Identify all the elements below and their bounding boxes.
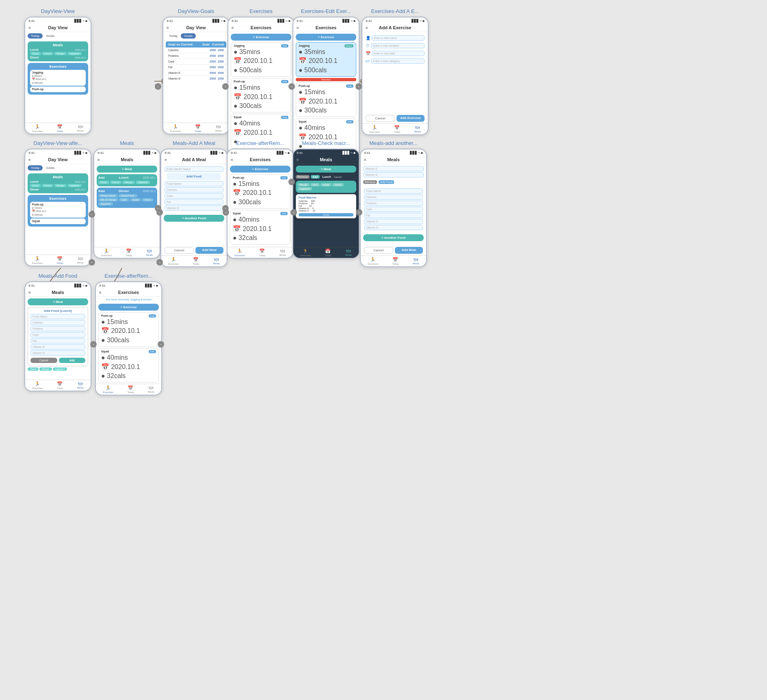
- vitamind-input2[interactable]: Vitamin D: [364, 225, 423, 230]
- nav-dot-13[interactable]: [290, 209, 297, 216]
- hamburger-icon[interactable]: ≡: [167, 26, 169, 30]
- hamburger-icon[interactable]: ≡: [98, 158, 100, 162]
- tab-meals[interactable]: 🍽 Meals: [77, 124, 84, 132]
- hamburger-icon[interactable]: ≡: [297, 26, 299, 30]
- add-food-btn[interactable]: Add Food: [379, 180, 394, 184]
- nav-dot-15[interactable]: [90, 341, 97, 348]
- add-meal-btn[interactable]: + Meal: [28, 298, 88, 305]
- nav-dot-7[interactable]: [355, 83, 362, 90]
- fat-input3[interactable]: Fat: [30, 338, 85, 344]
- nav-dot-9[interactable]: [89, 259, 95, 266]
- add-meal-btn[interactable]: + Meal: [296, 166, 356, 173]
- tab-meals[interactable]: 🍽 Meals: [414, 125, 421, 133]
- vitamind-field[interactable]: Vitamin D: [363, 172, 424, 177]
- tab-meals[interactable]: 🍽 Meals: [77, 256, 84, 264]
- tab-today[interactable]: Today: [28, 165, 43, 171]
- food-name-input2[interactable]: Food Name: [364, 188, 423, 194]
- nav-dot-11[interactable]: [156, 259, 163, 266]
- tab-today[interactable]: 📅 Today: [56, 124, 63, 132]
- tab-meals[interactable]: 🍽 Meals: [77, 381, 84, 389]
- cancel-btn[interactable]: Cancel: [364, 247, 393, 254]
- tab-today[interactable]: 📅 Today: [193, 257, 199, 265]
- tab-exercises[interactable]: 🏃 Exercises: [368, 257, 378, 265]
- tab-exercises[interactable]: 🏃 Exercises: [369, 125, 380, 133]
- tab-exercises[interactable]: 🏃 Exercises: [103, 385, 113, 393]
- calories-input[interactable]: Calories: [165, 187, 223, 192]
- edit-btn-squat[interactable]: Edit: [280, 212, 288, 215]
- tab-exercises[interactable]: 🏃 Exercises: [101, 248, 112, 257]
- meal-name-input[interactable]: Enter Meal's Name: [165, 166, 223, 172]
- tab-today[interactable]: 📅 Today: [126, 248, 132, 257]
- add-label[interactable]: Add: [311, 175, 320, 179]
- tab-today[interactable]: 📅 Today: [394, 125, 400, 133]
- tab-today[interactable]: 📅 Today: [56, 381, 63, 389]
- add-exercise-btn[interactable]: + Exercise: [230, 166, 290, 173]
- edit-btn-squat[interactable]: Edit: [149, 350, 156, 353]
- fat-input2[interactable]: Fat: [364, 213, 423, 218]
- nav-dot-16[interactable]: [158, 341, 164, 348]
- tab-today[interactable]: 📅 Today: [56, 256, 63, 264]
- nav-dot-10[interactable]: [156, 209, 163, 216]
- proteins-input2[interactable]: Proteins: [364, 201, 423, 206]
- tab-today[interactable]: Today: [166, 33, 181, 39]
- hamburger-icon[interactable]: ≡: [364, 158, 366, 162]
- vitamind-input3[interactable]: Vitamin D: [30, 350, 85, 356]
- hamburger-icon[interactable]: ≡: [99, 290, 102, 295]
- cancel-btn[interactable]: Cancel: [30, 358, 57, 363]
- nav-dot-1[interactable]: [155, 83, 161, 90]
- tab-exercises[interactable]: 🏃 Exercises: [300, 248, 311, 257]
- nav-dot-5[interactable]: [288, 83, 295, 90]
- edit-btn-jogging[interactable]: Edit: [281, 44, 288, 48]
- nav-dot-6[interactable]: [288, 179, 295, 185]
- hamburger-icon[interactable]: ≡: [297, 158, 299, 162]
- add-meal-btn[interactable]: + Meal: [97, 166, 157, 173]
- category-input[interactable]: Enter a new category: [371, 58, 425, 64]
- tab-today[interactable]: 📅 Today: [127, 385, 134, 393]
- tab-exercises[interactable]: 🏃 Exercises: [170, 124, 181, 132]
- add-exercise-confirm-btn[interactable]: Add Exercise: [396, 115, 425, 122]
- carb-input2[interactable]: Carb: [364, 207, 423, 212]
- hamburger-icon[interactable]: ≡: [232, 26, 234, 30]
- edit-btn-pushup[interactable]: Edit: [280, 176, 288, 179]
- edit-btn-squat[interactable]: Edit: [346, 120, 353, 123]
- hamburger-icon[interactable]: ≡: [28, 290, 31, 295]
- tab-today[interactable]: 📅 Today: [259, 248, 265, 257]
- nav-dot-12[interactable]: [223, 209, 229, 216]
- vitamine-input3[interactable]: Vitamin E: [30, 344, 85, 350]
- tab-goals[interactable]: Goals: [181, 33, 196, 39]
- add-btn[interactable]: Add: [59, 358, 86, 363]
- tab-meals[interactable]: 🍽 Meals: [413, 257, 419, 265]
- vitamind-input[interactable]: Vitamin D: [165, 205, 223, 211]
- fat-input[interactable]: Fat: [165, 199, 223, 205]
- edit-btn-squat[interactable]: Edit: [281, 116, 288, 119]
- tab-today[interactable]: Today: [28, 33, 43, 39]
- tab-meals[interactable]: 🍽 Meals: [148, 385, 154, 393]
- tab-meals[interactable]: 🍽 Meals: [213, 257, 220, 265]
- another-food-btn[interactable]: + Another Food: [164, 215, 224, 222]
- add-meal-confirm-btn2[interactable]: Add Meal: [395, 247, 423, 254]
- another-food-btn2[interactable]: + Another Food: [363, 234, 424, 241]
- calories-input3[interactable]: Calories: [30, 320, 85, 325]
- edit-btn-pushup[interactable]: Edit: [281, 80, 288, 83]
- tab-goals[interactable]: Goals: [43, 165, 58, 171]
- add-exercise-btn[interactable]: + Exercise: [98, 304, 159, 311]
- hamburger-icon[interactable]: ≡: [231, 158, 233, 162]
- vitamine-field[interactable]: Vitamin E: [363, 166, 424, 171]
- carb-input[interactable]: Carb: [165, 193, 223, 199]
- tab-exercises[interactable]: 🏃 Exercises: [32, 381, 43, 389]
- hamburger-icon[interactable]: ≡: [28, 26, 31, 30]
- nav-dot-8[interactable]: [89, 211, 95, 218]
- tab-meals[interactable]: 🍽 Meals: [215, 124, 222, 132]
- cancel-btn[interactable]: Cancel: [366, 115, 395, 122]
- tab-today[interactable]: 📅 Today: [325, 248, 331, 257]
- nav-dot-14[interactable]: [356, 209, 362, 216]
- tab-meals[interactable]: 🍽 Meals: [146, 248, 153, 257]
- tab-exercises[interactable]: 🏃 Exercises: [234, 248, 245, 257]
- tab-exercises[interactable]: 🏃 Exercises: [32, 124, 43, 132]
- vitamine-input2[interactable]: Vitamin E: [364, 219, 423, 224]
- done-btn[interactable]: Done: [344, 44, 353, 48]
- cancel-btn[interactable]: Cancel: [165, 247, 194, 254]
- proteins-input3[interactable]: Proteins: [30, 326, 85, 331]
- add-exercise-btn[interactable]: + Exercise: [296, 34, 356, 41]
- hamburger-icon[interactable]: ≡: [165, 158, 167, 162]
